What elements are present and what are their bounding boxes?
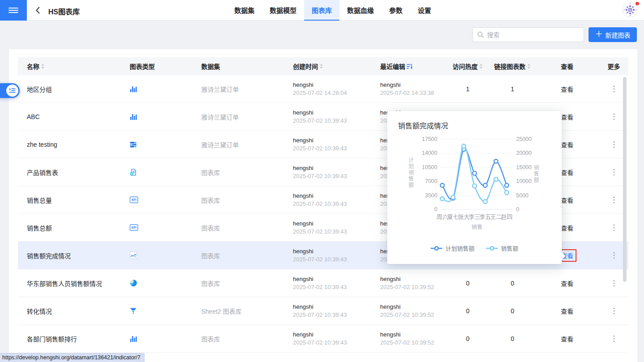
hamburger-menu-button[interactable] (0, 0, 27, 21)
created-cell: hengshi2025-07-02 10:39:43 (293, 136, 380, 153)
chart-name[interactable]: zhe testing (18, 141, 130, 148)
dataset-name: 雅诗兰黛订单 (201, 112, 293, 121)
back-button[interactable] (33, 5, 43, 15)
linked-count: 0 (490, 280, 535, 287)
dataset-name: 图表库 (201, 168, 293, 177)
column-header-4[interactable]: 最近编辑 (380, 62, 445, 71)
heat-count: 1 (445, 85, 490, 93)
pivot-table-icon (130, 141, 137, 148)
more-actions-icon (613, 196, 615, 204)
created-cell: hengshi2025-07-02 10:39:43 (293, 247, 380, 264)
legend-label: 计划销售额 (445, 244, 475, 252)
kpi-icon: KPI (130, 196, 138, 203)
more-actions-button[interactable] (599, 335, 628, 342)
chart-type-cell (130, 85, 201, 93)
more-actions-icon (613, 113, 615, 120)
plus-icon: ＋ (595, 30, 603, 38)
chart-type-cell: KPI (130, 224, 201, 231)
tab-4[interactable]: 参数 (381, 0, 410, 21)
hamburger-icon (8, 6, 18, 14)
edited-cell: hengshi2025-07-02 10:39:52 (380, 331, 445, 347)
chart-name[interactable]: 产品销售表 (18, 168, 130, 177)
svg-text:李五: 李五 (479, 213, 491, 220)
chart-name[interactable]: 销售总量 (18, 196, 130, 204)
table-row-0[interactable]: 地区分组雅诗兰黛订单hengshi2025-07-02 14:28:04heng… (18, 75, 628, 103)
chart-name[interactable]: 转化情况 (18, 307, 130, 315)
legend-item-1[interactable]: 销售额 (486, 244, 518, 252)
topbar: HS图表库 数据集数据模型图表库数据血缘参数设置 (0, 0, 644, 21)
more-actions-icon (613, 141, 615, 148)
svg-text:3500: 3500 (425, 192, 437, 199)
search-box[interactable] (472, 27, 584, 42)
search-input[interactable] (487, 31, 579, 38)
svg-text:17500: 17500 (422, 136, 437, 142)
heat-count: 0 (445, 280, 490, 287)
svg-text:10000: 10000 (516, 178, 532, 184)
more-actions-button[interactable] (599, 307, 628, 315)
svg-text:14000: 14000 (422, 150, 437, 156)
linked-count: 0 (490, 307, 535, 315)
spreadsheet-icon (130, 169, 137, 176)
column-header-0[interactable]: 名称 (18, 62, 130, 71)
svg-text:KPI: KPI (131, 198, 136, 201)
avatar-identicon-icon (623, 3, 637, 17)
sort-icon[interactable] (41, 64, 45, 69)
chart-preview-popup: 销售额完成情况 计划销售额 销售额 1750025000140002000010… (387, 111, 562, 264)
legend-marker-icon (486, 246, 498, 251)
chevron-left-icon (33, 5, 43, 15)
chart-name[interactable]: 华东部销售人员销售额情况 (18, 279, 130, 288)
column-header-7: 查看 (535, 62, 599, 71)
dataset-name: 雅诗兰黛订单 (201, 85, 293, 94)
column-header-6[interactable]: 链接图表数 (490, 62, 535, 71)
svg-text:赵四: 赵四 (501, 213, 513, 220)
line-chart-icon (130, 251, 137, 259)
view-link[interactable]: 查看 (559, 333, 576, 344)
legend-item-0[interactable]: 计划销售额 (431, 244, 475, 252)
sort-icon[interactable] (319, 64, 323, 69)
column-header-label: 访问热度 (453, 62, 478, 71)
column-header-label: 创建时间 (293, 62, 318, 71)
view-link[interactable]: 查看 (559, 84, 576, 94)
vertical-scrollbar[interactable] (623, 77, 627, 282)
dataset-name: 图表库 (201, 279, 293, 288)
tab-2[interactable]: 图表库 (304, 0, 339, 21)
column-header-8: 更多 (599, 62, 628, 71)
side-drawer-toggle-button[interactable] (0, 83, 20, 98)
column-header-5[interactable]: 访问热度 (445, 62, 490, 71)
tab-1[interactable]: 数据模型 (262, 0, 304, 21)
heat-count: 0 (445, 307, 490, 315)
tab-0[interactable]: 数据集 (227, 0, 262, 21)
chart-name[interactable]: 地区分组 (18, 85, 130, 94)
linked-count: 0 (490, 335, 535, 342)
column-header-3[interactable]: 创建时间 (293, 62, 380, 71)
new-chart-button[interactable]: ＋ 新建图表 (589, 27, 637, 42)
chart-name[interactable]: 销售总额 (18, 223, 130, 232)
sort-icon[interactable] (479, 64, 483, 69)
table-row-7[interactable]: 华东部销售人员销售额情况图表库hengshi2025-07-02 10:39:4… (18, 269, 628, 297)
tab-3[interactable]: 数据血缘 (339, 0, 381, 21)
view-link[interactable]: 查看 (559, 306, 576, 316)
tab-5[interactable]: 设置 (410, 0, 439, 21)
kpi-icon: KPI (130, 224, 138, 231)
created-cell: hengshi2025-07-02 14:28:04 (293, 81, 380, 97)
chart-legend: 计划销售额销售额 (387, 244, 562, 252)
chart-name[interactable]: ABC (18, 113, 130, 120)
sort-desc-active-icon[interactable] (407, 64, 413, 69)
table-row-9[interactable]: 各部门销售额排行图表库hengshi2025-07-02 10:39:43hen… (18, 325, 628, 353)
table-row-8[interactable]: 转化情况Sheet2 图表库hengshi2025-07-02 10:39:43… (18, 297, 628, 325)
dataset-name: 图表库 (201, 251, 293, 260)
more-actions-icon (613, 307, 615, 315)
column-header-label: 最近编辑 (380, 62, 405, 71)
column-header-2: 数据集 (201, 62, 293, 71)
chart-type-cell (130, 251, 201, 259)
more-actions-icon (613, 85, 615, 93)
column-header-1: 图表类型 (130, 62, 201, 71)
chart-name[interactable]: 销售额完成情况 (18, 251, 130, 260)
svg-text:10500: 10500 (422, 164, 437, 170)
chart-type-cell (130, 113, 201, 120)
chart-name[interactable]: 各部门销售额排行 (18, 334, 130, 343)
view-link[interactable]: 查看 (559, 278, 576, 289)
sort-icon[interactable] (527, 64, 531, 69)
linked-count: 1 (490, 85, 535, 93)
column-header-label: 更多 (608, 62, 620, 71)
